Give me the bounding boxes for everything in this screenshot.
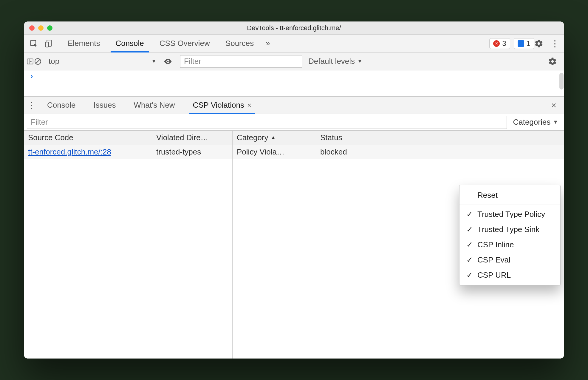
drawer-tab-console[interactable]: Console [39, 97, 83, 114]
log-levels-selector[interactable]: Default levels ▼ [302, 57, 369, 66]
error-icon [493, 40, 500, 47]
settings-icon[interactable] [534, 39, 548, 48]
violations-toolbar: Categories ▼ [24, 114, 564, 131]
source-link[interactable]: tt-enforced.glitch.me/:28 [28, 147, 111, 156]
violations-filter-input[interactable] [27, 116, 507, 129]
table-row[interactable]: tt-enforced.glitch.me/:28 trusted-types … [24, 145, 564, 159]
clear-console-icon[interactable] [34, 58, 42, 65]
tab-css-overview[interactable]: CSS Overview [152, 35, 218, 52]
context-label: top [49, 57, 59, 66]
check-icon: ✓ [466, 210, 473, 219]
tab-elements[interactable]: Elements [60, 35, 108, 52]
menu-item-label: CSP Eval [477, 255, 510, 265]
devtools-window: DevTools - tt-enforced.glitch.me/ Elemen… [24, 21, 564, 359]
console-body[interactable]: › [24, 70, 564, 97]
cell-violated-directive: trusted-types [152, 145, 233, 159]
issue-counter[interactable]: 1 [514, 38, 534, 49]
tabs-overflow-icon[interactable]: » [261, 35, 274, 52]
menu-item-csp-inline[interactable]: ✓CSP Inline [459, 237, 560, 252]
check-icon: ✓ [466, 225, 473, 234]
console-prompt-icon: › [30, 72, 33, 81]
divider [58, 38, 58, 50]
cell-source-code: tt-enforced.glitch.me/:28 [24, 145, 152, 159]
console-filter-input[interactable] [180, 55, 302, 68]
tab-label: Issues [93, 101, 116, 110]
table-header: Source Code Violated Dire… Category ▲ St… [24, 131, 564, 145]
menu-item-reset[interactable]: Reset [459, 188, 560, 203]
tab-label: Console [47, 101, 75, 110]
titlebar: DevTools - tt-enforced.glitch.me/ [24, 21, 564, 35]
categories-label: Categories [513, 118, 550, 127]
svg-line-5 [36, 60, 40, 63]
cell-category: Policy Viola… [233, 145, 316, 159]
drawer-tab-issues[interactable]: Issues [86, 97, 123, 114]
context-selector[interactable]: top ▼ [43, 55, 162, 68]
th-violated-directive[interactable]: Violated Dire… [152, 131, 233, 145]
check-icon: ✓ [466, 271, 473, 280]
drawer-tabbar: ⋮ Console Issues What's New CSP Violatio… [24, 97, 564, 114]
sidebar-toggle-icon[interactable] [26, 58, 34, 65]
menu-item-label: Trusted Type Policy [477, 210, 545, 219]
error-counter[interactable]: 3 [489, 38, 510, 49]
menu-item-label: Trusted Type Sink [477, 225, 539, 234]
categories-dropdown-menu: Reset ✓Trusted Type Policy ✓Trusted Type… [459, 185, 561, 285]
chevron-down-icon: ▼ [357, 58, 363, 64]
drawer-more-icon[interactable]: ⋮ [26, 100, 37, 110]
chevron-down-icon: ▼ [553, 119, 558, 125]
th-source-code[interactable]: Source Code [24, 131, 152, 145]
tab-label: Console [115, 39, 144, 48]
console-toolbar: top ▼ Default levels ▼ [24, 52, 564, 70]
sort-asc-icon: ▲ [271, 135, 276, 141]
issue-count: 1 [527, 39, 530, 48]
menu-item-label: CSP URL [477, 271, 511, 280]
svg-rect-2 [46, 42, 49, 47]
console-settings-icon[interactable] [548, 57, 562, 66]
drawer-tab-whatsnew[interactable]: What's New [126, 97, 183, 114]
tab-label: CSP Violations [193, 101, 244, 110]
log-levels-label: Default levels [308, 57, 355, 66]
check-icon: ✓ [466, 255, 473, 265]
svg-rect-3 [27, 59, 33, 64]
svg-point-6 [167, 61, 169, 62]
tab-label: CSS Overview [160, 39, 210, 48]
tab-label: Elements [68, 39, 100, 48]
close-tab-icon[interactable]: × [247, 101, 251, 109]
main-tabbar: Elements Console CSS Overview Sources » … [24, 35, 564, 52]
tab-label: Sources [225, 39, 254, 48]
inspect-element-icon[interactable] [26, 37, 41, 50]
menu-item-csp-eval[interactable]: ✓CSP Eval [459, 252, 560, 268]
menu-item-label: Reset [477, 191, 498, 200]
th-status[interactable]: Status [316, 131, 564, 145]
menu-item-trusted-type-sink[interactable]: ✓Trusted Type Sink [459, 222, 560, 237]
device-toolbar-icon[interactable] [41, 37, 56, 50]
drawer-tab-csp-violations[interactable]: CSP Violations × [185, 97, 259, 114]
categories-dropdown-button[interactable]: Categories ▼ [510, 118, 561, 127]
menu-item-label: CSP Inline [477, 240, 514, 249]
error-count: 3 [502, 39, 506, 48]
check-icon: ✓ [466, 240, 473, 249]
chevron-down-icon: ▼ [151, 58, 157, 64]
more-options-icon[interactable]: ⋮ [548, 38, 562, 49]
menu-item-trusted-type-policy[interactable]: ✓Trusted Type Policy [459, 207, 560, 222]
message-icon [518, 40, 524, 47]
divider [546, 55, 546, 67]
cell-status: blocked [316, 145, 564, 159]
drawer-close-icon[interactable]: × [546, 100, 562, 110]
th-category[interactable]: Category ▲ [233, 131, 316, 145]
live-expression-icon[interactable] [163, 57, 180, 66]
menu-separator [459, 205, 560, 205]
tab-sources[interactable]: Sources [218, 35, 261, 52]
tab-console[interactable]: Console [108, 35, 151, 52]
menu-item-csp-url[interactable]: ✓CSP URL [459, 268, 560, 283]
tab-label: What's New [134, 101, 175, 110]
window-title: DevTools - tt-enforced.glitch.me/ [24, 24, 564, 32]
scrollbar-thumb[interactable] [559, 73, 564, 89]
